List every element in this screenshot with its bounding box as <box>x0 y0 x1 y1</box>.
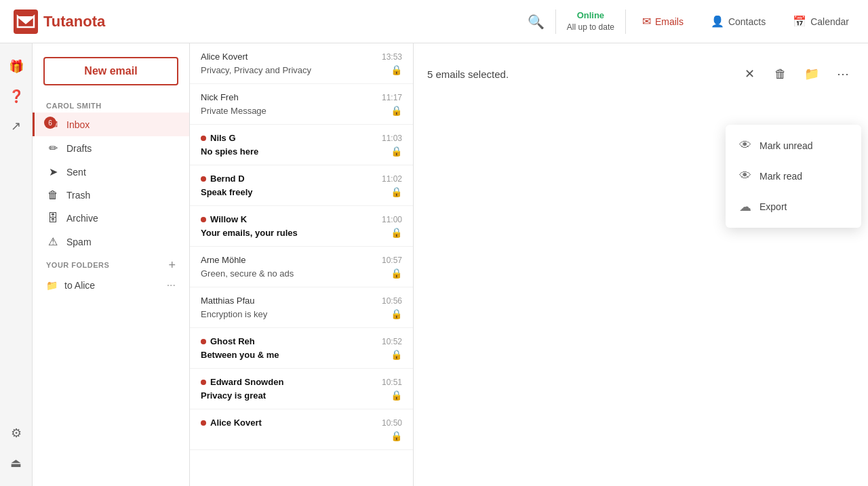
export-icon: ☁ <box>739 199 751 214</box>
sidebar-item-sent-label: Sent <box>66 167 86 178</box>
email-item[interactable]: Alice Kovert 10:50 🔒 <box>190 409 413 450</box>
header: Tutanota 🔍 Online All up to date ✉ Email… <box>0 0 868 43</box>
sidebar-item-spam-label: Spam <box>66 237 92 247</box>
nav-panel: New email CAROL SMITH 6 ✉ Inbox ✏ Drafts… <box>33 43 190 486</box>
unread-dot <box>201 136 206 141</box>
header-right: 🔍 Online All up to date ✉ Emails 👤 Conta… <box>528 9 854 34</box>
email-sender: Nick Freh <box>201 92 239 102</box>
folder-more-icon[interactable]: ··· <box>167 279 176 291</box>
mark-read-option[interactable]: 👁 Mark read <box>726 161 861 191</box>
sidebar-item-trash[interactable]: 🗑 Trash <box>33 184 189 207</box>
email-item[interactable]: Matthias Pfau 10:56 Encryption is key 🔒 <box>190 287 413 328</box>
email-item[interactable]: Edward Snowden 10:51 Privacy is great 🔒 <box>190 369 413 409</box>
email-sender: Arne Möhle <box>201 255 245 265</box>
inbox-badge: 6 <box>44 117 56 129</box>
action-icons: ✕ 🗑 📁 ⋯ <box>738 62 854 85</box>
dropdown-menu: 👁 Mark unread 👁 Mark read ☁ Export <box>726 125 861 228</box>
header-divider <box>555 9 556 34</box>
email-time: 10:56 <box>382 296 402 306</box>
email-nav-icon: ✉ <box>642 15 651 28</box>
folders-section-label: YOUR FOLDERS <box>46 261 109 269</box>
sidebar-item-inbox[interactable]: 6 ✉ Inbox <box>33 113 189 136</box>
lock-icon: 🔒 <box>391 64 402 75</box>
folder-icon: 📁 <box>46 280 58 291</box>
share-icon-btn[interactable]: ↗ <box>4 114 28 138</box>
mark-unread-option[interactable]: 👁 Mark unread <box>726 130 861 161</box>
unread-dot <box>201 339 206 344</box>
drafts-icon: ✏ <box>46 142 60 155</box>
add-folder-button[interactable]: + <box>168 259 176 271</box>
close-selection-button[interactable]: ✕ <box>738 62 761 85</box>
lock-icon: 🔒 <box>391 186 402 197</box>
help-icon-btn[interactable]: ❓ <box>4 84 28 108</box>
email-time: 11:00 <box>382 215 402 224</box>
unread-dot <box>201 217 206 222</box>
more-options-button[interactable]: ⋯ <box>831 62 854 85</box>
email-list: Alice Kovert 13:53 Privacy, Privacy and … <box>190 43 414 486</box>
sidebar-item-sent[interactable]: ➤ Sent <box>33 160 189 184</box>
email-sender: Willow K <box>210 214 247 224</box>
main-layout: 🎁 ❓ ↗ ⚙ ⏏ New email CAROL SMITH 6 ✉ Inbo… <box>0 43 868 486</box>
sidebar-item-drafts-label: Drafts <box>66 143 92 154</box>
logo-area: Tutanota <box>14 9 528 34</box>
email-subject: Privacy, Privacy and Privacy <box>201 65 311 75</box>
sidebar-item-archive[interactable]: 🗄 Archive <box>33 207 189 230</box>
mark-read-label: Mark read <box>760 171 802 182</box>
lock-icon: 🔒 <box>391 349 402 360</box>
nav-emails[interactable]: ✉ Emails <box>637 11 689 32</box>
unread-dot <box>201 420 206 426</box>
unread-dot <box>201 176 206 182</box>
new-email-button[interactable]: New email <box>43 57 178 85</box>
email-time: 10:51 <box>382 378 402 387</box>
sidebar-item-spam[interactable]: ⚠ Spam <box>33 230 189 254</box>
email-sender: Nils G <box>210 133 236 143</box>
sidebar-icons-bottom: ⚙ ⏏ <box>4 421 28 486</box>
nav-calendar[interactable]: 📅 Calendar <box>787 11 854 32</box>
export-label: Export <box>760 201 787 212</box>
email-item[interactable]: Ghost Reh 10:52 Between you & me 🔒 <box>190 328 413 369</box>
calendar-nav-icon: 📅 <box>793 15 806 28</box>
email-item[interactable]: Bernd D 11:02 Speak freely 🔒 <box>190 165 413 206</box>
email-subject: Green, secure & no ads <box>201 268 294 279</box>
mark-unread-label: Mark unread <box>760 140 813 151</box>
folder-item-to-alice[interactable]: 📁 to Alice ··· <box>33 274 189 297</box>
email-sender: Alice Kovert <box>201 52 248 62</box>
header-divider-2 <box>625 9 626 34</box>
sent-icon: ➤ <box>46 165 60 178</box>
status-display: Online All up to date <box>567 9 614 33</box>
email-item[interactable]: Nick Freh 11:17 Private Message 🔒 <box>190 84 413 125</box>
email-sender: Ghost Reh <box>210 336 255 346</box>
lock-icon: 🔒 <box>391 430 402 441</box>
logo-text: Tutanota <box>43 13 105 31</box>
email-item[interactable]: Alice Kovert 13:53 Privacy, Privacy and … <box>190 43 413 84</box>
sidebar-icons: 🎁 ❓ ↗ ⚙ ⏏ <box>0 43 33 486</box>
email-item[interactable]: Nils G 11:03 No spies here 🔒 <box>190 125 413 165</box>
email-subject: Speak freely <box>201 187 253 197</box>
content-area: 5 emails selected. ✕ 🗑 📁 ⋯ 👁 Mark unread… <box>414 43 868 486</box>
email-item[interactable]: Arne Möhle 10:57 Green, secure & no ads … <box>190 247 413 287</box>
move-selected-button[interactable]: 📁 <box>800 62 823 85</box>
settings-icon-btn[interactable]: ⚙ <box>4 421 28 445</box>
unread-dot <box>201 380 206 385</box>
lock-icon: 🔒 <box>391 105 402 116</box>
lock-icon: 🔒 <box>391 227 402 238</box>
email-subject: Your emails, your rules <box>201 228 298 238</box>
email-subject: Encryption is key <box>201 309 267 319</box>
sidebar-item-inbox-label: Inbox <box>66 119 90 130</box>
archive-icon: 🗄 <box>46 212 60 224</box>
search-icon[interactable]: 🔍 <box>528 14 545 30</box>
sidebar-item-archive-label: Archive <box>66 213 98 224</box>
status-sub: All up to date <box>567 22 614 33</box>
gift-icon-btn[interactable]: 🎁 <box>4 54 28 79</box>
sidebar-item-drafts[interactable]: ✏ Drafts <box>33 136 189 160</box>
export-option[interactable]: ☁ Export <box>726 191 861 222</box>
delete-selected-button[interactable]: 🗑 <box>769 62 792 85</box>
lock-icon: 🔒 <box>391 390 402 401</box>
nav-contacts[interactable]: 👤 Contacts <box>705 11 771 32</box>
mark-unread-icon: 👁 <box>739 138 751 153</box>
logout-icon-btn[interactable]: ⏏ <box>4 451 28 475</box>
header-nav: ✉ Emails 👤 Contacts 📅 Calendar <box>637 11 854 32</box>
email-subject: Between you & me <box>201 350 279 360</box>
email-item[interactable]: Willow K 11:00 Your emails, your rules 🔒 <box>190 206 413 247</box>
sidebar-item-trash-label: Trash <box>66 190 90 201</box>
